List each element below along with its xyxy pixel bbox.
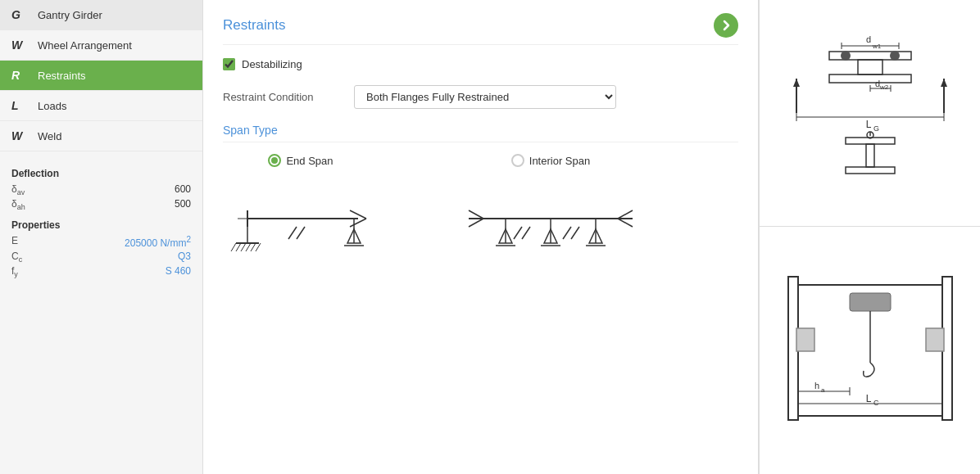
sidebar-label-gantry-girder: Gantry Girder — [38, 9, 102, 21]
prop-cc-key: Cc — [11, 251, 22, 264]
end-span-label: End Span — [286, 155, 333, 167]
interior-span-diagram — [461, 174, 641, 272]
destabilizing-row: Destabilizing — [223, 58, 738, 70]
end-span-option: End Span — [223, 154, 379, 272]
deflection-av-val: 600 — [175, 183, 191, 196]
end-span-radio-row[interactable]: End Span — [268, 154, 333, 167]
svg-line-17 — [297, 227, 305, 239]
prop-e-key: E — [11, 235, 18, 249]
svg-rect-69 — [850, 293, 891, 311]
interior-span-radio[interactable] — [511, 154, 524, 167]
svg-line-9 — [241, 243, 246, 251]
sidebar-item-weld[interactable]: W Weld — [0, 121, 202, 151]
interior-span-option: Interior Span — [461, 154, 641, 272]
sidebar-item-restraints[interactable]: R Restraints — [0, 61, 202, 91]
svg-line-11 — [251, 243, 256, 251]
svg-line-35 — [571, 227, 579, 239]
end-span-diagram — [223, 174, 379, 272]
sidebar-item-loads[interactable]: L Loads — [0, 91, 202, 121]
svg-line-34 — [563, 227, 571, 239]
svg-rect-42 — [858, 60, 882, 74]
sidebar-letter-gantry-girder: G — [11, 8, 29, 21]
sidebar-letter-restraints: R — [11, 69, 29, 82]
svg-marker-54 — [941, 79, 947, 87]
svg-line-22 — [618, 219, 633, 227]
span-options: End Span — [223, 154, 738, 272]
deflection-section-title: Deflection — [11, 168, 191, 179]
main-content: Restraints Destabilizing Restraint Condi… — [203, 0, 759, 474]
sidebar-label-restraints: Restraints — [38, 70, 86, 82]
restraint-condition-row: Restraint Condition Both Flanges Fully R… — [223, 85, 738, 109]
sidebar: G Gantry Girder W Wheel Arrangement R Re… — [0, 0, 203, 474]
svg-line-33 — [522, 227, 530, 239]
prop-fy-key: fy — [11, 265, 18, 278]
prop-cc-val: Q3 — [178, 251, 191, 264]
sidebar-letter-weld: W — [11, 129, 29, 142]
prop-e-val: 205000 N/mm2 — [125, 235, 191, 249]
svg-rect-62 — [846, 167, 895, 174]
svg-rect-71 — [926, 328, 944, 351]
section-title: Restraints — [223, 17, 286, 34]
svg-line-3 — [350, 210, 366, 219]
svg-line-16 — [288, 227, 297, 239]
svg-line-32 — [514, 227, 522, 239]
prop-fy-val: S 460 — [166, 265, 191, 278]
svg-text:w2: w2 — [879, 84, 889, 91]
sidebar-letter-loads: L — [11, 99, 29, 112]
crane-diagram-svg: h a L C — [772, 264, 969, 436]
wheel-diagram-svg: d w1 d w2 L — [772, 31, 969, 195]
svg-line-8 — [236, 243, 241, 251]
bottom-diagram: h a L C — [760, 227, 980, 474]
svg-line-7 — [231, 243, 236, 251]
destabilizing-checkbox[interactable] — [223, 58, 235, 70]
svg-rect-61 — [866, 144, 874, 167]
span-type-title: Span Type — [223, 124, 738, 142]
end-span-radio[interactable] — [268, 154, 281, 167]
svg-text:w1: w1 — [872, 43, 882, 50]
next-button[interactable] — [714, 13, 738, 38]
top-diagram: d w1 d w2 L — [760, 0, 980, 227]
section-header: Restraints — [223, 13, 738, 45]
sidebar-label-wheel-arrangement: Wheel Arrangement — [38, 39, 132, 52]
svg-line-19 — [469, 210, 483, 219]
svg-point-44 — [841, 51, 851, 61]
svg-text:a: a — [821, 386, 825, 394]
svg-marker-52 — [793, 79, 800, 87]
svg-line-12 — [256, 243, 261, 251]
svg-text:G: G — [873, 124, 879, 133]
sidebar-item-wheel-arrangement[interactable]: W Wheel Arrangement — [0, 30, 202, 61]
svg-text:d: d — [865, 34, 870, 44]
svg-line-21 — [618, 210, 633, 219]
svg-line-20 — [469, 219, 483, 227]
sidebar-properties: Deflection δav 600 δah 500 Properties E … — [0, 151, 202, 290]
deflection-av-key: δav — [11, 183, 25, 196]
svg-text:h: h — [814, 381, 819, 390]
restraint-condition-select[interactable]: Both Flanges Fully RestrainedTop Flange … — [354, 85, 616, 109]
svg-line-4 — [350, 219, 366, 227]
sidebar-label-weld: Weld — [38, 130, 61, 142]
svg-text:L: L — [865, 119, 871, 130]
interior-span-radio-row[interactable]: Interior Span — [511, 154, 590, 167]
deflection-ah-val: 500 — [175, 198, 191, 211]
restraint-condition-label: Restraint Condition — [223, 91, 354, 103]
svg-text:L: L — [865, 393, 871, 404]
svg-point-45 — [890, 51, 900, 61]
interior-span-label: Interior Span — [529, 155, 590, 167]
diagram-panel: d w1 d w2 L — [759, 0, 980, 474]
svg-line-10 — [246, 243, 251, 251]
deflection-ah-key: δah — [11, 198, 25, 211]
svg-text:C: C — [873, 399, 879, 407]
destabilizing-label: Destabilizing — [242, 58, 302, 70]
svg-rect-43 — [829, 74, 911, 83]
svg-rect-70 — [796, 328, 814, 351]
properties-section-title: Properties — [11, 219, 191, 231]
sidebar-label-loads: Loads — [38, 100, 66, 112]
sidebar-letter-wheel-arrangement: W — [11, 38, 29, 52]
sidebar-item-gantry-girder[interactable]: G Gantry Girder — [0, 0, 202, 30]
